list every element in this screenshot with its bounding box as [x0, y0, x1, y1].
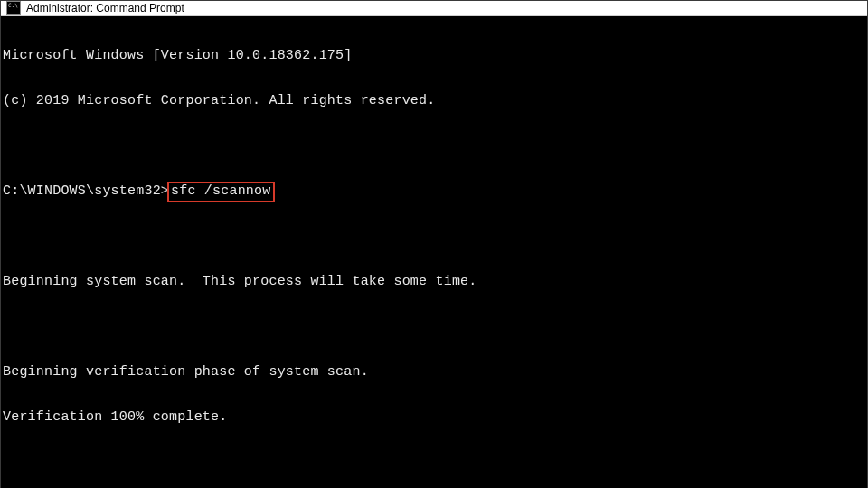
- prompt-path: C:\WINDOWS\system32>: [3, 183, 169, 199]
- console-line-begin-verify: Beginning verification phase of system s…: [3, 365, 865, 380]
- console-prompt-line-1: C:\WINDOWS\system32>sfc /scannow: [3, 184, 865, 200]
- blank-line: [3, 456, 865, 471]
- console-line-verify-complete: Verification 100% complete.: [3, 410, 865, 426]
- cmd-icon: [6, 1, 21, 15]
- cmd-window: Administrator: Command Prompt Microsoft …: [0, 0, 868, 488]
- command-text: sfc /scannow: [171, 183, 270, 199]
- console-line-begin-scan: Beginning system scan. This process will…: [3, 275, 865, 290]
- console-area[interactable]: Microsoft Windows [Version 10.0.18362.17…: [1, 16, 867, 488]
- titlebar[interactable]: Administrator: Command Prompt: [1, 1, 867, 16]
- blank-line: [3, 230, 865, 244]
- console-line-version: Microsoft Windows [Version 10.0.18362.17…: [3, 49, 865, 64]
- console-line-copyright: (c) 2019 Microsoft Corporation. All righ…: [3, 94, 865, 109]
- window-title: Administrator: Command Prompt: [26, 2, 184, 14]
- command-highlight: sfc /scannow: [167, 182, 275, 202]
- blank-line: [3, 139, 865, 154]
- blank-line: [3, 320, 865, 334]
